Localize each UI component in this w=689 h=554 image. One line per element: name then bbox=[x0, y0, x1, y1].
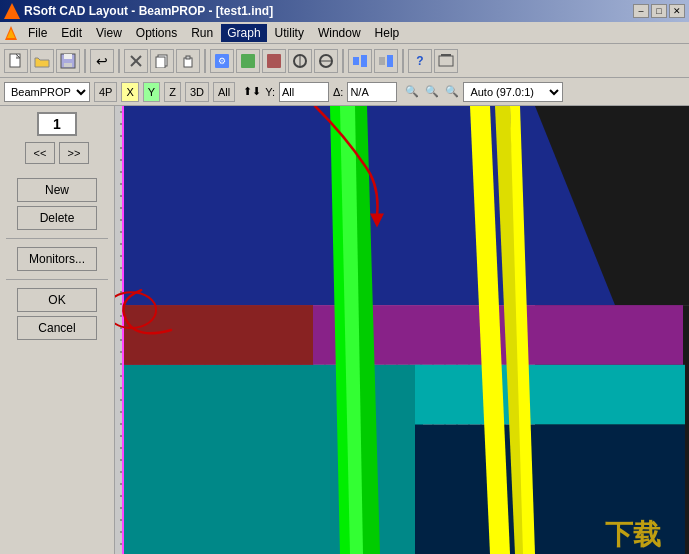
paste-button[interactable] bbox=[176, 49, 200, 73]
maximize-button[interactable]: □ bbox=[651, 4, 667, 18]
svg-rect-15 bbox=[267, 54, 281, 68]
title-bar-left: RSoft CAD Layout - BeamPROP - [test1.ind… bbox=[4, 3, 273, 19]
menu-edit[interactable]: Edit bbox=[55, 24, 88, 42]
menu-graph[interactable]: Graph bbox=[221, 24, 266, 42]
svg-rect-11 bbox=[186, 56, 190, 59]
btn-z[interactable]: Z bbox=[164, 82, 181, 102]
page-number: 1 bbox=[53, 116, 61, 132]
menu-window[interactable]: Window bbox=[312, 24, 367, 42]
save-button[interactable] bbox=[56, 49, 80, 73]
title-bar: RSoft CAD Layout - BeamPROP - [test1.ind… bbox=[0, 0, 689, 22]
title-bar-buttons: – □ ✕ bbox=[633, 4, 685, 18]
svg-rect-22 bbox=[379, 57, 385, 65]
svg-text:下载: 下载 bbox=[605, 519, 661, 550]
tool-btn-6[interactable] bbox=[348, 49, 372, 73]
btn-3d[interactable]: 3D bbox=[185, 82, 209, 102]
page-number-box: 1 bbox=[37, 112, 77, 136]
btn-y[interactable]: Y bbox=[143, 82, 160, 102]
toolbar-sep-1 bbox=[84, 49, 86, 73]
nav-buttons: << >> bbox=[6, 142, 108, 164]
svg-rect-5 bbox=[64, 63, 72, 67]
toolbar-sep-2 bbox=[118, 49, 120, 73]
new-segment-button[interactable]: New bbox=[17, 178, 97, 202]
svg-rect-4 bbox=[64, 54, 72, 59]
delta-label: Δ: bbox=[333, 86, 343, 98]
toolbar-sep-3 bbox=[204, 49, 206, 73]
open-button[interactable] bbox=[30, 49, 54, 73]
delete-button[interactable]: Delete bbox=[17, 206, 97, 230]
svg-rect-32 bbox=[123, 305, 313, 365]
zoom-dropdown[interactable]: Auto (97.0:1) bbox=[463, 82, 563, 102]
close-button[interactable]: ✕ bbox=[669, 4, 685, 18]
tool-btn-8[interactable]: ? bbox=[408, 49, 432, 73]
menu-utility[interactable]: Utility bbox=[269, 24, 310, 42]
mode-dropdown[interactable]: BeamPROP bbox=[4, 82, 90, 102]
svg-rect-24 bbox=[439, 56, 453, 66]
tool-btn-7[interactable] bbox=[374, 49, 398, 73]
tool-btn-5[interactable] bbox=[314, 49, 338, 73]
svg-rect-25 bbox=[441, 54, 451, 56]
toolbar-sep-5 bbox=[402, 49, 404, 73]
canvas-area[interactable]: 下载 bbox=[115, 106, 689, 554]
delta-value[interactable] bbox=[347, 82, 397, 102]
menu-bar: File Edit View Options Run Graph Utility… bbox=[0, 22, 689, 44]
cad-drawing: 下载 bbox=[115, 106, 689, 554]
main-area: 1 << >> New Delete Monitors... OK Cancel bbox=[0, 106, 689, 554]
tool-btn-1[interactable]: ⚙ bbox=[210, 49, 234, 73]
monitors-button[interactable]: Monitors... bbox=[17, 247, 97, 271]
menu-view[interactable]: View bbox=[90, 24, 128, 42]
svg-rect-23 bbox=[387, 55, 393, 67]
btn-4p[interactable]: 4P bbox=[94, 82, 117, 102]
svg-rect-21 bbox=[361, 55, 367, 67]
tool-btn-9[interactable] bbox=[434, 49, 458, 73]
cancel-button[interactable]: Cancel bbox=[17, 316, 97, 340]
btn-all[interactable]: All bbox=[213, 82, 235, 102]
menu-help[interactable]: Help bbox=[369, 24, 406, 42]
y-value[interactable] bbox=[279, 82, 329, 102]
divider-1 bbox=[6, 238, 108, 239]
new-button[interactable] bbox=[4, 49, 28, 73]
tool-btn-3[interactable] bbox=[262, 49, 286, 73]
window-title: RSoft CAD Layout - BeamPROP - [test1.ind… bbox=[24, 4, 273, 18]
ok-button[interactable]: OK bbox=[17, 288, 97, 312]
svg-rect-14 bbox=[241, 54, 255, 68]
btn-x[interactable]: X bbox=[121, 82, 138, 102]
minimize-button[interactable]: – bbox=[633, 4, 649, 18]
app-icon bbox=[4, 3, 20, 19]
svg-rect-9 bbox=[156, 57, 165, 68]
toolbar-sep-4 bbox=[342, 49, 344, 73]
undo-button[interactable]: ↩ bbox=[90, 49, 114, 73]
divider-2 bbox=[6, 279, 108, 280]
rsoft-logo-icon bbox=[2, 24, 20, 42]
copy-button[interactable] bbox=[150, 49, 174, 73]
tool-btn-2[interactable] bbox=[236, 49, 260, 73]
prev-page-button[interactable]: << bbox=[25, 142, 55, 164]
y-label: Y: bbox=[265, 86, 275, 98]
menu-options[interactable]: Options bbox=[130, 24, 183, 42]
next-page-button[interactable]: >> bbox=[59, 142, 89, 164]
menu-file[interactable]: File bbox=[22, 24, 53, 42]
cut-button[interactable] bbox=[124, 49, 148, 73]
menu-run[interactable]: Run bbox=[185, 24, 219, 42]
svg-rect-33 bbox=[415, 365, 685, 425]
left-panel: 1 << >> New Delete Monitors... OK Cancel bbox=[0, 106, 115, 554]
tool-btn-4[interactable] bbox=[288, 49, 312, 73]
coord-bar: BeamPROP 4P X Y Z 3D All ⬆⬇ Y: Δ: 🔍 🔍 🔍 … bbox=[0, 78, 689, 106]
svg-text:⚙: ⚙ bbox=[218, 56, 226, 66]
toolbar: ↩ ⚙ ? bbox=[0, 44, 689, 78]
svg-rect-20 bbox=[353, 57, 359, 65]
